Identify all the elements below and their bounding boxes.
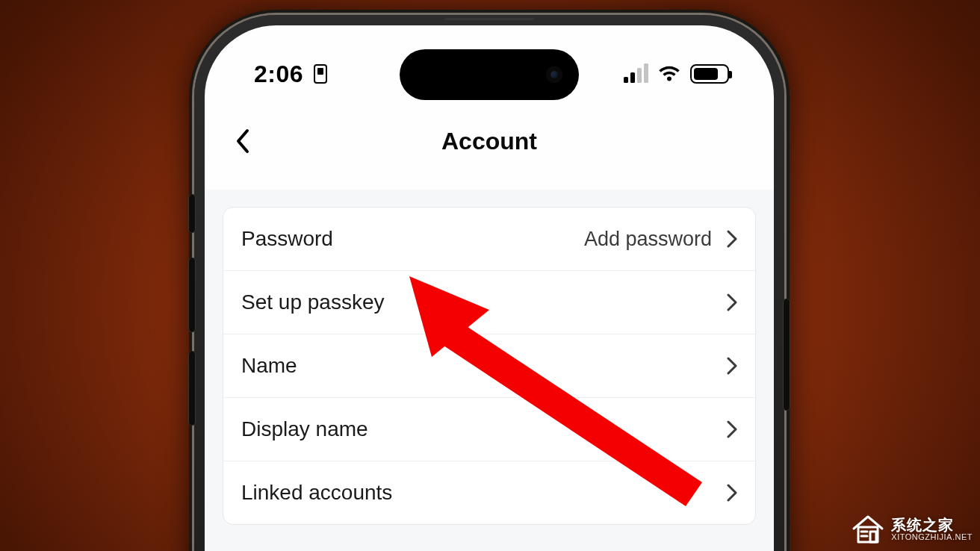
chevron-right-icon — [727, 420, 737, 438]
watermark-domain: XITONGZHIJIA.NET — [891, 533, 973, 542]
dynamic-island — [400, 49, 579, 100]
wifi-icon — [657, 65, 681, 83]
nav-bar: Account — [205, 115, 774, 167]
chevron-right-icon — [727, 484, 737, 502]
page-title: Account — [441, 128, 537, 155]
chevron-right-icon — [727, 357, 737, 375]
sim-card-icon — [314, 64, 327, 84]
svg-rect-2 — [858, 527, 878, 542]
silent-switch — [188, 194, 196, 233]
password-row[interactable]: Password Add password — [223, 208, 755, 271]
content-area: Password Add password Set up passkey — [205, 190, 774, 551]
phone-frame: 2:06 — [194, 15, 784, 551]
watermark: 系统之家 XITONGZHIJIA.NET — [851, 512, 973, 547]
back-button[interactable] — [230, 128, 255, 154]
chevron-right-icon — [727, 293, 737, 311]
row-label: Password — [241, 227, 584, 251]
row-value: Add password — [584, 228, 712, 251]
cellular-signal-icon — [624, 65, 648, 83]
row-label: Linked accounts — [241, 481, 727, 505]
status-bar-right — [624, 64, 729, 84]
watermark-brand: 系统之家 — [891, 517, 973, 533]
row-label: Set up passkey — [241, 290, 727, 314]
watermark-logo-icon — [851, 512, 885, 547]
name-row[interactable]: Name — [223, 334, 755, 398]
display-name-row[interactable]: Display name — [223, 398, 755, 461]
battery-icon — [690, 64, 729, 84]
settings-list: Password Add password Set up passkey — [223, 207, 756, 525]
status-bar-left: 2:06 — [254, 60, 327, 88]
power-button — [783, 299, 790, 411]
row-label: Name — [241, 354, 727, 378]
linked-accounts-row[interactable]: Linked accounts — [223, 461, 755, 524]
chevron-right-icon — [727, 230, 737, 248]
set-up-passkey-row[interactable]: Set up passkey — [223, 271, 755, 334]
phone-screen: 2:06 — [205, 25, 774, 551]
watermark-text: 系统之家 XITONGZHIJIA.NET — [891, 517, 973, 542]
volume-up-button — [188, 258, 196, 332]
status-time: 2:06 — [254, 60, 303, 88]
svg-rect-3 — [870, 532, 876, 542]
row-label: Display name — [241, 417, 727, 441]
volume-down-button — [188, 351, 196, 426]
